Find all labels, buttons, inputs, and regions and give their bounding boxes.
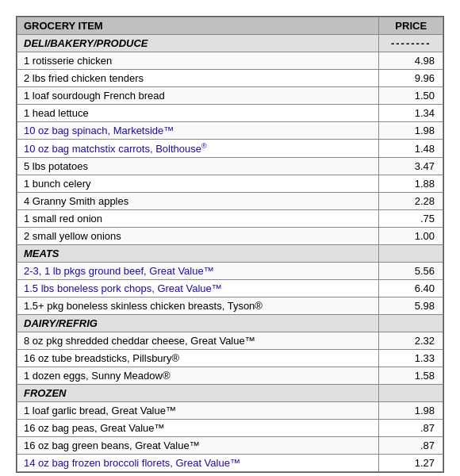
header-price: PRICE	[379, 17, 443, 35]
table-row: 2-3, 1 lb pkgs ground beef, Great Value™…	[17, 263, 443, 280]
item-name: 1 small red onion	[17, 210, 379, 228]
category-label: DAIRY/REFRIG	[17, 315, 379, 332]
item-price: 5.56	[379, 263, 443, 280]
category-label: FROZEN	[17, 385, 379, 402]
table-row: 1 loaf garlic bread, Great Value™1.98	[17, 402, 443, 420]
item-price: 2.28	[379, 193, 443, 210]
item-name: 2-3, 1 lb pkgs ground beef, Great Value™	[17, 263, 379, 280]
category-row: FROZEN	[17, 385, 443, 402]
item-name: 16 oz bag peas, Great Value™	[17, 420, 379, 437]
table-row: 1 dozen eggs, Sunny Meadow®1.58	[17, 367, 443, 385]
table-row: 16 oz bag green beans, Great Value™.87	[17, 437, 443, 455]
table-row: 1 small red onion.75	[17, 210, 443, 228]
category-row: DELI/BAKERY/PRODUCE--------	[17, 35, 443, 52]
item-price: 1.33	[379, 350, 443, 367]
category-row: DAIRY/REFRIG	[17, 315, 443, 332]
item-name: 1 dozen eggs, Sunny Meadow®	[17, 367, 379, 385]
item-price: 4.98	[379, 52, 443, 70]
item-price: 1.48	[379, 140, 443, 158]
item-price: .87	[379, 420, 443, 437]
item-price: 1.50	[379, 87, 443, 105]
table-row: 1.5 lbs boneless pork chops, Great Value…	[17, 280, 443, 298]
item-name: 14 oz bag frozen broccoli florets, Great…	[17, 455, 379, 472]
header-item: GROCERY ITEM	[17, 17, 379, 35]
table-row: 8 oz pkg shredded cheddar cheese, Great …	[17, 332, 443, 350]
table-row: 1 bunch celery1.88	[17, 175, 443, 193]
item-name: 1 loaf garlic bread, Great Value™	[17, 402, 379, 420]
category-label: DELI/BAKERY/PRODUCE	[17, 35, 379, 52]
item-name: 1 head lettuce	[17, 105, 379, 122]
table-row: 10 oz bag spinach, Marketside™1.98	[17, 122, 443, 140]
table-row: 1.5+ pkg boneless skinless chicken breas…	[17, 298, 443, 315]
table-row: 1 loaf sourdough French bread1.50	[17, 87, 443, 105]
table-row: 16 oz bag peas, Great Value™.87	[17, 420, 443, 437]
item-name: 2 small yellow onions	[17, 228, 379, 245]
grocery-table-container: GROCERY ITEM PRICE DELI/BAKERY/PRODUCE--…	[16, 16, 444, 473]
item-name: 1.5 lbs boneless pork chops, Great Value…	[17, 280, 379, 298]
item-name: 8 oz pkg shredded cheddar cheese, Great …	[17, 332, 379, 350]
table-row: 5 lbs potatoes3.47	[17, 158, 443, 175]
item-price: .87	[379, 437, 443, 455]
item-price: 5.98	[379, 298, 443, 315]
table-row: 2 small yellow onions1.00	[17, 228, 443, 245]
table-row: 16 oz tube breadsticks, Pillsbury®1.33	[17, 350, 443, 367]
item-price: 6.40	[379, 280, 443, 298]
item-name: 10 oz bag matchstix carrots, Bolthouse®	[17, 140, 379, 158]
item-name: 10 oz bag spinach, Marketside™	[17, 122, 379, 140]
item-price: 1.00	[379, 228, 443, 245]
item-name: 1 loaf sourdough French bread	[17, 87, 379, 105]
grocery-table: GROCERY ITEM PRICE DELI/BAKERY/PRODUCE--…	[17, 17, 443, 472]
item-name: 16 oz tube breadsticks, Pillsbury®	[17, 350, 379, 367]
category-price	[379, 385, 443, 402]
item-price: 9.96	[379, 70, 443, 87]
item-name: 1 bunch celery	[17, 175, 379, 193]
item-name: 1.5+ pkg boneless skinless chicken breas…	[17, 298, 379, 315]
table-row: 4 Granny Smith apples2.28	[17, 193, 443, 210]
table-row: 10 oz bag matchstix carrots, Bolthouse®1…	[17, 140, 443, 158]
table-row: 1 rotisserie chicken4.98	[17, 52, 443, 70]
item-price: .75	[379, 210, 443, 228]
category-row: MEATS	[17, 245, 443, 263]
item-price: 1.58	[379, 367, 443, 385]
table-row: 14 oz bag frozen broccoli florets, Great…	[17, 455, 443, 472]
item-name: 4 Granny Smith apples	[17, 193, 379, 210]
item-name: 1 rotisserie chicken	[17, 52, 379, 70]
item-price: 2.32	[379, 332, 443, 350]
item-name: 16 oz bag green beans, Great Value™	[17, 437, 379, 455]
category-label: MEATS	[17, 245, 379, 263]
category-price: --------	[379, 35, 443, 52]
category-price	[379, 315, 443, 332]
item-price: 1.27	[379, 455, 443, 472]
item-price: 1.88	[379, 175, 443, 193]
item-price: 1.98	[379, 402, 443, 420]
item-name: 2 lbs fried chicken tenders	[17, 70, 379, 87]
item-price: 1.34	[379, 105, 443, 122]
table-row: 2 lbs fried chicken tenders9.96	[17, 70, 443, 87]
item-price: 3.47	[379, 158, 443, 175]
table-row: 1 head lettuce1.34	[17, 105, 443, 122]
category-price	[379, 245, 443, 263]
item-price: 1.98	[379, 122, 443, 140]
item-name: 5 lbs potatoes	[17, 158, 379, 175]
